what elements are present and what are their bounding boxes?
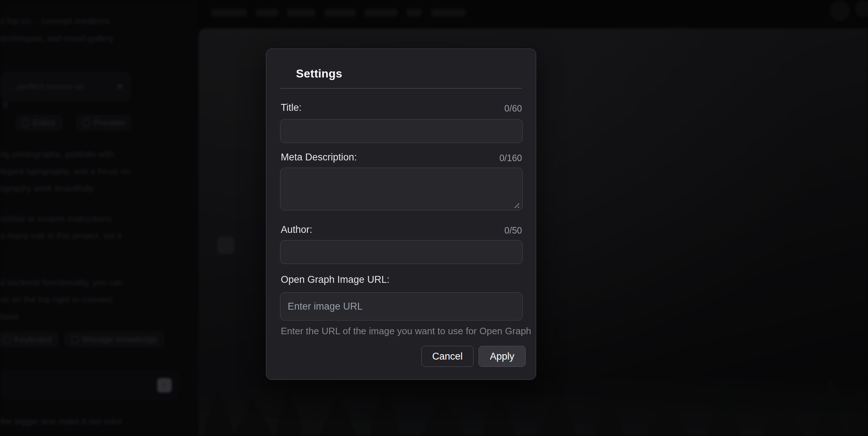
app-screen: …s top co… concept creations …techniques…	[0, 0, 868, 436]
og-image-url-helper-text: Enter the URL of the image you want to u…	[281, 326, 531, 337]
meta-description-field[interactable]	[280, 168, 523, 210]
meta-description-char-counter: 0/160	[499, 153, 522, 163]
og-image-url-label: Open Graph Image URL:	[281, 274, 389, 285]
title-char-counter: 0/60	[504, 103, 522, 114]
title-label: Title:	[281, 102, 302, 113]
apply-button[interactable]: Apply	[479, 346, 526, 367]
og-image-url-field[interactable]	[280, 292, 523, 320]
author-char-counter: 0/50	[504, 225, 522, 236]
author-field[interactable]	[280, 240, 523, 264]
meta-description-label: Meta Description:	[281, 152, 357, 163]
modal-title: Settings	[296, 67, 342, 80]
title-field[interactable]	[280, 119, 523, 143]
cancel-button[interactable]: Cancel	[421, 346, 473, 367]
author-label: Author:	[281, 224, 312, 235]
modal-divider	[280, 88, 522, 89]
settings-modal: Settings Title: 0/60 Meta Description: 0…	[266, 49, 536, 380]
